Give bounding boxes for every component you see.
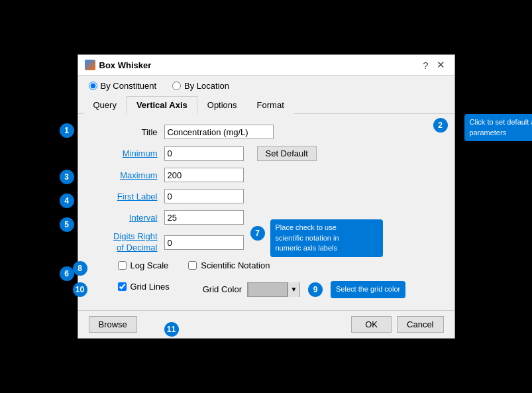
- by-location-input[interactable]: [172, 82, 181, 90]
- annotation-10: 10: [73, 282, 87, 297]
- annotation-4: 4: [60, 194, 74, 208]
- first-label-label: First Label: [91, 192, 164, 201]
- grid-color-dropdown[interactable]: ▼: [247, 282, 300, 297]
- annotation-7: 7: [250, 226, 265, 241]
- digits-input[interactable]: [164, 235, 244, 250]
- radio-row: By Constituent By Location: [78, 76, 454, 96]
- scientific-notation-checkbox-label[interactable]: Scientific Notation: [188, 260, 270, 270]
- log-scale-checkbox[interactable]: [118, 261, 127, 270]
- title-input[interactable]: [164, 125, 274, 139]
- color-swatch: [248, 282, 288, 297]
- title-bar: Box Whisker ? ✕: [78, 55, 454, 76]
- color-dropdown-arrow[interactable]: ▼: [288, 282, 299, 297]
- maximum-row: Maximum: [91, 168, 441, 182]
- tab-vertical-axis[interactable]: Vertical Axis: [127, 96, 197, 114]
- title-bar-left: Box Whisker: [85, 60, 152, 70]
- interval-input[interactable]: [164, 210, 244, 225]
- maximum-label: Maximum: [91, 170, 164, 180]
- ok-button[interactable]: OK: [351, 316, 392, 333]
- maximum-input[interactable]: [164, 168, 244, 182]
- annotation-11: 11: [164, 322, 179, 337]
- tabs-row: Query Vertical Axis Options Format: [78, 96, 454, 114]
- annotation-7-callout: Place check to usescientific notation in…: [270, 219, 383, 256]
- annotation-8: 8: [73, 261, 87, 276]
- annotation-9: 9: [308, 282, 323, 297]
- grid-color-section: Grid Color ▼ 9 Select the grid color: [203, 281, 405, 298]
- digits-row: Digits Right of Decimal 7 Place check to…: [91, 231, 441, 254]
- checkboxes-row1: 8 Log Scale Scientific Notation: [98, 260, 441, 276]
- tab-options[interactable]: Options: [197, 96, 247, 114]
- by-constituent-label: By Constituent: [101, 81, 157, 91]
- ok-cancel-buttons: OK Cancel: [351, 316, 443, 333]
- scientific-notation-label: Scientific Notation: [201, 260, 270, 270]
- grid-color-label: Grid Color: [203, 284, 242, 294]
- dialog-title: Box Whisker: [99, 60, 152, 70]
- by-location-radio[interactable]: By Location: [172, 81, 229, 91]
- minimum-row: Minimum Set Default: [91, 146, 441, 161]
- annotation-2-callout: Click to set default axisparameters: [464, 114, 533, 141]
- minimum-input[interactable]: [164, 146, 244, 161]
- help-button[interactable]: ?: [420, 60, 431, 71]
- title-label: Title: [91, 127, 164, 137]
- annotation-3: 3: [60, 170, 74, 184]
- box-whisker-dialog: Box Whisker ? ✕ By Constituent By Locati…: [78, 54, 455, 338]
- title-bar-controls: ? ✕: [420, 59, 447, 71]
- by-constituent-radio[interactable]: By Constituent: [89, 81, 157, 91]
- annotation-6: 6: [60, 266, 74, 281]
- cancel-button[interactable]: Cancel: [397, 316, 443, 333]
- tab-query[interactable]: Query: [83, 96, 127, 114]
- grid-lines-checkbox[interactable]: [118, 282, 127, 291]
- interval-label: Interval: [91, 213, 164, 223]
- tab-format[interactable]: Format: [247, 96, 294, 114]
- interval-row: Interval: [91, 210, 441, 225]
- annotation-9-callout: Select the grid color: [331, 281, 405, 298]
- by-location-label: By Location: [184, 81, 229, 91]
- checkboxes-row2: 10 Grid Lines Grid Color ▼ 9 Select the …: [98, 281, 441, 298]
- log-scale-label: Log Scale: [131, 260, 169, 270]
- grid-lines-checkbox-label[interactable]: Grid Lines: [118, 282, 170, 292]
- by-constituent-input[interactable]: [89, 82, 97, 90]
- first-label-row: First Label: [91, 189, 441, 203]
- title-row: Title Concentration (mg/L) 2: [91, 125, 441, 139]
- app-icon: [85, 60, 95, 70]
- set-default-button[interactable]: Set Default: [257, 146, 317, 161]
- content-area: 1 Title Concentration (mg/L) 2 3 Minimum…: [78, 114, 454, 309]
- digits-label: Digits Right of Decimal: [91, 231, 164, 254]
- scientific-notation-checkbox[interactable]: [188, 261, 197, 270]
- annotation-1: 1: [60, 123, 74, 138]
- browse-button[interactable]: Browse: [89, 316, 137, 333]
- annotation-5: 5: [60, 217, 74, 232]
- bottom-bar: Browse OK Cancel: [78, 310, 454, 338]
- log-scale-checkbox-label[interactable]: Log Scale: [118, 260, 169, 270]
- first-label-input[interactable]: [164, 189, 244, 203]
- close-button[interactable]: ✕: [434, 59, 448, 71]
- annotation-2: 2: [433, 118, 448, 133]
- grid-lines-label: Grid Lines: [131, 282, 170, 292]
- minimum-label: Minimum: [91, 148, 164, 158]
